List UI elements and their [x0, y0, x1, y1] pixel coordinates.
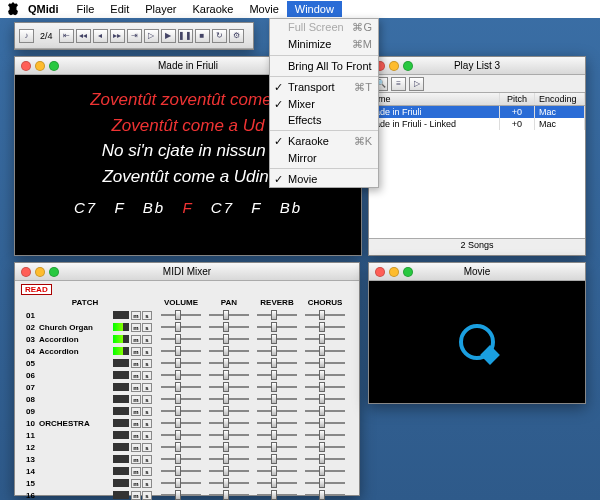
reverb-slider[interactable] — [253, 419, 301, 427]
pan-slider[interactable] — [205, 347, 253, 355]
chorus-slider[interactable] — [301, 395, 349, 403]
volume-slider[interactable] — [157, 347, 205, 355]
pan-slider[interactable] — [205, 443, 253, 451]
read-button[interactable]: READ — [21, 284, 52, 295]
volume-slider[interactable] — [157, 431, 205, 439]
reverb-slider[interactable] — [253, 443, 301, 451]
reverb-slider[interactable] — [253, 431, 301, 439]
chorus-slider[interactable] — [301, 383, 349, 391]
reverb-slider[interactable] — [253, 395, 301, 403]
reverb-slider[interactable] — [253, 311, 301, 319]
reverb-slider[interactable] — [253, 335, 301, 343]
close-icon[interactable] — [21, 61, 31, 71]
reverb-slider[interactable] — [253, 479, 301, 487]
volume-slider[interactable] — [157, 419, 205, 427]
volume-slider[interactable] — [157, 479, 205, 487]
mute-solo[interactable]: ms — [131, 347, 157, 356]
pan-slider[interactable] — [205, 455, 253, 463]
volume-slider[interactable] — [157, 371, 205, 379]
pan-slider[interactable] — [205, 407, 253, 415]
dd-effects[interactable]: Effects — [270, 112, 378, 128]
close-icon[interactable] — [375, 267, 385, 277]
volume-slider[interactable] — [157, 467, 205, 475]
chorus-slider[interactable] — [301, 359, 349, 367]
record-button[interactable]: ▶ — [161, 29, 176, 43]
volume-slider[interactable] — [157, 407, 205, 415]
forward-button[interactable]: ▸▸ — [110, 29, 125, 43]
mixer-titlebar[interactable]: MIDI Mixer — [15, 263, 359, 281]
dd-karaoke[interactable]: Karaoke⌘K — [270, 133, 378, 150]
reverb-slider[interactable] — [253, 371, 301, 379]
pan-slider[interactable] — [205, 479, 253, 487]
reverb-slider[interactable] — [253, 491, 301, 499]
mute-solo[interactable]: ms — [131, 395, 157, 404]
patch-name[interactable]: ORCHESTRA — [39, 419, 113, 428]
minimize-icon[interactable] — [389, 267, 399, 277]
reverb-slider[interactable] — [253, 455, 301, 463]
dd-bring-front[interactable]: Bring All To Front — [270, 58, 378, 74]
zoom-icon[interactable] — [403, 267, 413, 277]
mute-solo[interactable]: ms — [131, 335, 157, 344]
settings-button[interactable]: ⚙ — [229, 29, 244, 43]
menu-karaoke[interactable]: Karaoke — [184, 1, 241, 17]
col-encoding[interactable]: Encoding — [535, 93, 585, 105]
volume-slider[interactable] — [157, 455, 205, 463]
mute-solo[interactable]: ms — [131, 443, 157, 452]
zoom-icon[interactable] — [49, 61, 59, 71]
pan-slider[interactable] — [205, 383, 253, 391]
mute-solo[interactable]: ms — [131, 431, 157, 440]
mute-solo[interactable]: ms — [131, 383, 157, 392]
chorus-slider[interactable] — [301, 335, 349, 343]
chorus-slider[interactable] — [301, 431, 349, 439]
chorus-slider[interactable] — [301, 467, 349, 475]
rewind-button[interactable]: ◂◂ — [76, 29, 91, 43]
stop-button[interactable]: ■ — [195, 29, 210, 43]
playlist-titlebar[interactable]: Play List 3 — [369, 57, 585, 75]
app-name[interactable]: QMidi — [28, 3, 59, 15]
reverb-slider[interactable] — [253, 407, 301, 415]
mute-solo[interactable]: ms — [131, 419, 157, 428]
menu-window[interactable]: Window — [287, 1, 342, 17]
pan-slider[interactable] — [205, 491, 253, 499]
menu-movie[interactable]: Movie — [241, 1, 286, 17]
rewind-start-button[interactable]: ⇤ — [59, 29, 74, 43]
reverb-slider[interactable] — [253, 467, 301, 475]
pan-slider[interactable] — [205, 431, 253, 439]
col-pitch[interactable]: Pitch — [500, 93, 535, 105]
patch-name[interactable]: Accordion — [39, 347, 113, 356]
mute-solo[interactable]: ms — [131, 407, 157, 416]
chorus-slider[interactable] — [301, 455, 349, 463]
volume-slider[interactable] — [157, 323, 205, 331]
mute-solo[interactable]: ms — [131, 467, 157, 476]
reverb-slider[interactable] — [253, 347, 301, 355]
pan-slider[interactable] — [205, 359, 253, 367]
forward-end-button[interactable]: ⇥ — [127, 29, 142, 43]
volume-slider[interactable] — [157, 395, 205, 403]
chorus-slider[interactable] — [301, 323, 349, 331]
pl-play-icon[interactable]: ▷ — [409, 77, 424, 91]
pl-list-icon[interactable]: ≡ — [391, 77, 406, 91]
mute-solo[interactable]: ms — [131, 455, 157, 464]
chorus-slider[interactable] — [301, 419, 349, 427]
pan-slider[interactable] — [205, 467, 253, 475]
menu-file[interactable]: File — [69, 1, 103, 17]
close-icon[interactable] — [21, 267, 31, 277]
dd-mixer[interactable]: Mixer — [270, 96, 378, 112]
chorus-slider[interactable] — [301, 479, 349, 487]
reverb-slider[interactable] — [253, 359, 301, 367]
volume-slider[interactable] — [157, 335, 205, 343]
pan-slider[interactable] — [205, 335, 253, 343]
table-row[interactable]: lade in Friuli - Linked+0Mac — [369, 118, 585, 130]
reverb-slider[interactable] — [253, 383, 301, 391]
chorus-slider[interactable] — [301, 407, 349, 415]
pause-button[interactable]: ❚❚ — [178, 29, 193, 43]
mute-solo[interactable]: ms — [131, 491, 157, 500]
menu-edit[interactable]: Edit — [102, 1, 137, 17]
patch-name[interactable]: Church Organ — [39, 323, 113, 332]
dd-minimize[interactable]: Minimize⌘M — [270, 36, 378, 53]
table-row[interactable]: lade in Friuli+0Mac — [369, 106, 585, 118]
mute-solo[interactable]: ms — [131, 479, 157, 488]
pan-slider[interactable] — [205, 311, 253, 319]
note-icon[interactable]: ♪ — [19, 29, 34, 43]
pan-slider[interactable] — [205, 323, 253, 331]
